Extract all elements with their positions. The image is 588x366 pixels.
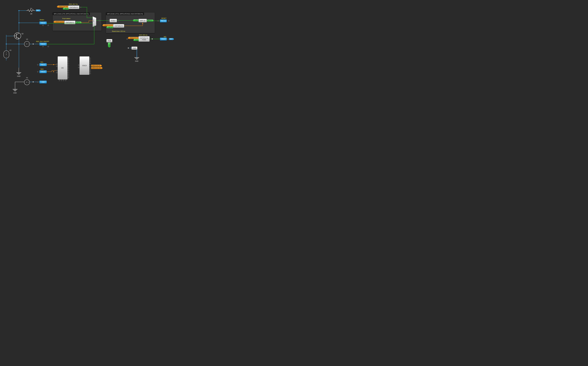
pin-6[interactable]: PIN 6 bbox=[39, 22, 47, 24]
block-lut9-mux[interactable]: 3-L9 bbox=[93, 16, 96, 26]
tag-clk24-cnt2: OSC0 CLK /24 bbox=[58, 6, 68, 8]
pin-4[interactable]: PIN 4 bbox=[39, 70, 47, 73]
lbl-button: Button bbox=[40, 19, 44, 21]
frame-mf3-title: MF3 (3-bit LUT11, DFF/LATCH13, 8-bit CNT… bbox=[106, 13, 144, 15]
block-dff13[interactable]: DFF 13 bbox=[139, 19, 147, 22]
gnd-2 bbox=[134, 57, 139, 60]
source-v2[interactable]: - V + bbox=[24, 41, 30, 47]
transistor-q1[interactable] bbox=[14, 32, 22, 40]
tag-wd-r1: WD bbox=[36, 9, 40, 11]
gnd-1 bbox=[16, 72, 21, 75]
tag-net5-cnt2: NET5 bbox=[64, 8, 69, 10]
block-por[interactable]: POR bbox=[106, 39, 112, 42]
tag-clk8-cnt0: OSC0 CLK /8 bbox=[129, 37, 138, 39]
tag-clk8-cnt1: OSC0 CLK /8 bbox=[54, 21, 64, 23]
lbl-gnd3: GND bbox=[13, 92, 17, 94]
pin-5[interactable]: PIN 5 bbox=[39, 43, 47, 46]
lbl-reset-timer: Reset timer 135 ms bbox=[112, 30, 125, 32]
tag-net12-cnt3: NET12 bbox=[107, 26, 113, 28]
block-pdly[interactable]: P DLY bbox=[110, 19, 117, 22]
lbl-gnd2: GND bbox=[135, 60, 138, 62]
lbl-resdly-onoff: RES_DLY ON/OFF bbox=[36, 41, 49, 42]
block-gnd[interactable]: GND bbox=[132, 47, 137, 50]
source-v1[interactable]: - V + bbox=[24, 79, 30, 85]
resistor-r1[interactable] bbox=[26, 9, 35, 12]
source-v3[interactable]: +V- bbox=[4, 51, 9, 58]
block-cnt2[interactable]: CNT2/DLY2 bbox=[68, 6, 79, 9]
lbl-ws: W/S 200 ms bbox=[139, 34, 148, 36]
schematic-canvas: MF1 (3-bit LUT9, DFF/LATCH11, 8-bit CNT1… bbox=[0, 0, 176, 94]
tag-osc-clk24: OSC0 CLK /24 bbox=[91, 67, 102, 69]
lbl-scl: SCL bbox=[40, 61, 43, 63]
lbl-r1-val: 1M bbox=[30, 13, 32, 15]
frame-mf3[interactable]: MF3 (3-bit LUT11, DFF/LATCH13, 8-bit CNT… bbox=[106, 12, 155, 33]
block-cnt1[interactable]: CNT1/DLY1 bbox=[64, 21, 75, 24]
frame-mf1-title: MF1 (3-bit LUT9, DFF/LATCH11, 8-bit CNT1… bbox=[53, 13, 90, 15]
lbl-pushdetect: Push detect bbox=[62, 18, 70, 19]
lbl-sda: SDA bbox=[40, 68, 44, 70]
lbl-v3: V3 bbox=[9, 49, 11, 51]
lbl-gnd1: GND bbox=[17, 75, 21, 77]
block-osc0[interactable]: OSC0 bbox=[80, 56, 89, 75]
lbl-v1: V1 bbox=[26, 77, 28, 79]
pin-10[interactable]: PIN 10 bbox=[160, 20, 167, 22]
lbl-v2: V2 bbox=[26, 38, 28, 40]
tag-por-cnt0: POR bbox=[134, 39, 139, 41]
pin-3[interactable]: PIN 3 bbox=[39, 63, 47, 66]
lbl-reset: RESET bbox=[161, 17, 166, 19]
pin-vdd[interactable]: VDD bbox=[39, 81, 47, 84]
tag-wd-pin9: WD bbox=[169, 38, 173, 40]
lbl-wd: WD bbox=[164, 36, 166, 38]
lbl-resdly3s: RES_DLY 3s bbox=[69, 3, 78, 5]
tag-osc-clk8: OSC0 CLK /8 bbox=[91, 65, 101, 67]
svg-marker-5 bbox=[18, 38, 19, 39]
block-cnt0[interactable]: CNT0/DLY0/ FSM0 bbox=[139, 36, 149, 42]
gnd-3 bbox=[13, 89, 17, 92]
block-cnt3[interactable]: CNT3/DLY3 bbox=[113, 24, 124, 28]
tag-net12-dff: NET12 bbox=[147, 20, 153, 22]
tag-por-vert: POR bbox=[108, 43, 111, 47]
pin-9[interactable]: PIN 9 bbox=[160, 38, 167, 40]
block-i2c[interactable]: I2C bbox=[58, 56, 67, 80]
tag-clk8-cnt3: OSC0 CLK /8 bbox=[103, 24, 113, 26]
lbl-q1: Q1 bbox=[22, 33, 23, 34]
svg-line-3 bbox=[16, 33, 19, 35]
